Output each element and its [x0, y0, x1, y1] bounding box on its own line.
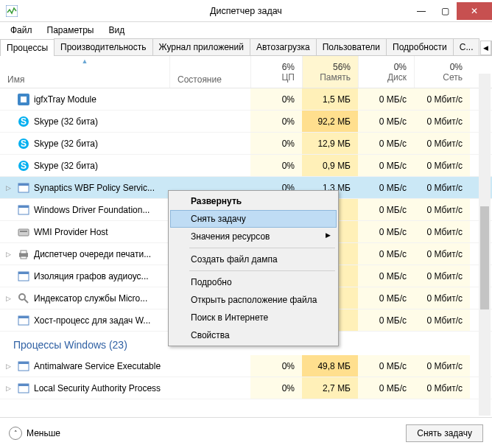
col-state[interactable]: Состояние [169, 56, 250, 88]
scrollbar-thumb[interactable] [480, 206, 489, 309]
tab-processes[interactable]: Процессы [0, 39, 55, 56]
process-icon [18, 382, 29, 394]
expand-icon[interactable]: ▷ [6, 363, 13, 370]
process-name: Antimalware Service Executable [34, 361, 161, 371]
menubar: Файл Параметры Вид [0, 22, 492, 38]
cpu-cell: 0% [250, 355, 302, 377]
fewer-details-button[interactable]: ˄ Меньше [9, 427, 60, 440]
process-icon: S [18, 160, 29, 172]
app-icon [6, 5, 18, 17]
network-cell: 0 Мбит/с [414, 155, 470, 176]
disk-cell: 0 МБ/с [358, 155, 414, 176]
network-cell: 0 Мбит/с [414, 133, 470, 154]
svg-rect-10 [18, 183, 29, 186]
titlebar: Диспетчер задач — ▢ ✕ [0, 0, 492, 22]
network-cell: 0 Мбит/с [414, 111, 470, 132]
vertical-scrollbar[interactable] [479, 74, 491, 416]
menu-item[interactable]: Свойства [170, 326, 337, 344]
menu-item[interactable]: Поиск в Интернете [170, 309, 337, 326]
disk-cell: 0 МБ/с [358, 355, 414, 377]
chevron-up-icon: ˄ [9, 427, 22, 440]
memory-cell: 1,5 МБ [302, 88, 358, 110]
menu-item[interactable]: Создать файл дампа [170, 251, 337, 268]
end-task-button[interactable]: Снять задачу [406, 424, 483, 442]
process-icon: S [18, 116, 29, 127]
expand-icon[interactable]: ▷ [6, 385, 13, 392]
col-cpu[interactable]: 6%ЦП [250, 56, 302, 88]
process-name: igfxTray Module [34, 94, 96, 105]
network-cell: 0 Мбит/с [414, 265, 470, 287]
menu-view[interactable]: Вид [102, 24, 130, 37]
process-name: Skype (32 бита) [34, 116, 98, 127]
svg-rect-27 [18, 384, 29, 386]
cpu-cell: 0% [250, 88, 302, 110]
col-network[interactable]: 0%Сеть [414, 56, 470, 88]
network-cell: 0 Мбит/с [414, 221, 470, 242]
disk-cell: 0 МБ/с [358, 88, 414, 110]
tab-app-history[interactable]: Журнал приложений [152, 38, 250, 55]
tab-startup[interactable]: Автозагрузка [250, 38, 317, 55]
svg-rect-2 [21, 97, 27, 102]
tab-services[interactable]: С... [453, 38, 480, 55]
process-row[interactable]: SSkype (32 бита)0%0,9 МБ0 МБ/с0 Мбит/с [0, 155, 492, 177]
process-row[interactable]: SSkype (32 бита)0%12,9 МБ0 МБ/с0 Мбит/с [0, 133, 492, 155]
menu-item[interactable]: Подробно [170, 273, 337, 291]
process-icon [18, 226, 29, 238]
expand-icon[interactable]: ▷ [6, 295, 13, 302]
disk-cell: 0 МБ/с [358, 265, 414, 287]
memory-cell: 12,9 МБ [302, 133, 358, 154]
maximize-button[interactable]: ▢ [433, 2, 457, 20]
network-cell: 0 Мбит/с [414, 177, 470, 198]
process-name: Local Security Authority Process [34, 383, 161, 393]
col-memory[interactable]: 56%Память [302, 56, 358, 88]
menu-item[interactable]: Открыть расположение файла [170, 291, 337, 309]
disk-cell: 0 МБ/с [358, 243, 414, 265]
tabs-scroll-left[interactable]: ◀ [480, 41, 491, 55]
network-cell: 0 Мбит/с [414, 377, 470, 399]
disk-cell: 0 МБ/с [358, 377, 414, 399]
menu-separator [189, 270, 335, 271]
footer: ˄ Меньше Снять задачу [0, 417, 492, 448]
minimize-button[interactable]: — [410, 2, 433, 20]
process-row[interactable]: ▷Local Security Authority Process0%2,7 М… [0, 377, 492, 399]
process-name: Skype (32 бита) [34, 139, 98, 149]
expand-icon[interactable]: ▷ [6, 184, 13, 192]
disk-cell: 0 МБ/с [358, 287, 414, 309]
close-button[interactable]: ✕ [457, 2, 492, 20]
col-name[interactable]: ▲ Имя [0, 56, 169, 88]
svg-rect-12 [18, 206, 29, 208]
network-cell: 0 Мбит/с [414, 88, 470, 110]
process-icon [18, 182, 29, 194]
memory-cell: 0,9 МБ [302, 155, 358, 176]
network-cell: 0 Мбит/с [414, 243, 470, 265]
tab-users[interactable]: Пользователи [316, 38, 387, 55]
column-headers: ▲ Имя Состояние 6%ЦП 56%Память 0%Диск 0%… [0, 56, 492, 88]
svg-text:S: S [21, 161, 27, 171]
svg-line-21 [24, 299, 28, 303]
menu-item[interactable]: Развернуть [170, 192, 337, 210]
process-icon [18, 248, 29, 260]
col-disk[interactable]: 0%Диск [358, 56, 414, 88]
tab-details[interactable]: Подробности [386, 38, 454, 55]
process-name: Диспетчер очереди печати... [34, 249, 151, 259]
disk-cell: 0 МБ/с [358, 221, 414, 242]
svg-rect-19 [18, 272, 29, 274]
process-row[interactable]: igfxTray Module0%1,5 МБ0 МБ/с0 Мбит/с [0, 88, 492, 111]
disk-cell: 0 МБ/с [358, 133, 414, 154]
disk-cell: 0 МБ/с [358, 199, 414, 220]
svg-text:S: S [21, 116, 27, 127]
process-row[interactable]: SSkype (32 бита)0%92,2 МБ0 МБ/с0 Мбит/с [0, 111, 492, 133]
process-icon [18, 204, 29, 216]
cpu-cell: 0% [250, 133, 302, 154]
process-icon: S [18, 138, 29, 150]
memory-cell: 2,7 МБ [302, 377, 358, 399]
tab-performance[interactable]: Производительность [54, 38, 152, 55]
expand-icon[interactable]: ▷ [6, 251, 13, 258]
svg-rect-16 [21, 251, 27, 253]
menu-separator [189, 248, 335, 248]
menu-options[interactable]: Параметры [41, 24, 100, 37]
process-row[interactable]: ▷Antimalware Service Executable0%49,8 МБ… [0, 355, 492, 377]
menu-item[interactable]: Значения ресурсов▶ [170, 228, 337, 245]
menu-item[interactable]: Снять задачу [170, 210, 337, 228]
menu-file[interactable]: Файл [4, 24, 38, 37]
